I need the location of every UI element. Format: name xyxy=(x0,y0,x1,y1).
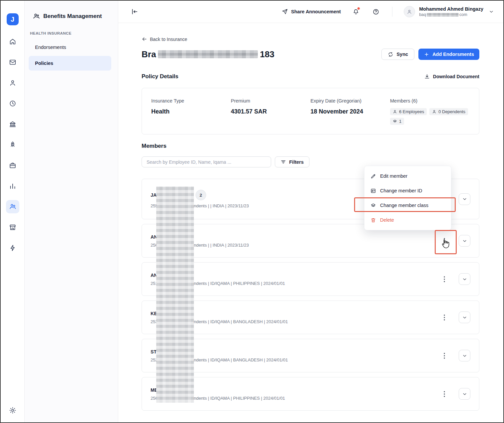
notification-dot xyxy=(357,7,360,10)
filter-icon xyxy=(280,159,286,165)
sidebar-item-endorsements[interactable]: Endorsements xyxy=(29,40,111,55)
menu-item-label: Delete xyxy=(380,217,394,223)
row-menu-button[interactable] xyxy=(440,350,449,362)
sidebar-header: Benefits Management xyxy=(33,13,111,20)
row-expand-button[interactable] xyxy=(459,193,470,205)
field-value: 18 November 2024 xyxy=(310,108,390,115)
chevron-down-icon xyxy=(462,353,467,358)
employees-badge-label: 6 Employees xyxy=(399,109,424,114)
layers-icon xyxy=(370,203,376,208)
gear-icon xyxy=(9,407,16,414)
title-row: Bra183 Sync Add Endorsments xyxy=(142,49,479,60)
page-title-prefix: Bra xyxy=(142,49,156,60)
row-expand-button[interactable] xyxy=(459,350,470,361)
field-label: Members (6) xyxy=(390,98,470,104)
members-field: Members (6) 6 Employees 0 Dependents xyxy=(390,98,470,124)
id-card-icon xyxy=(370,188,376,194)
chevron-down-icon xyxy=(462,196,467,202)
trash-icon xyxy=(370,217,376,223)
rail-item-inbox[interactable] xyxy=(6,56,19,69)
field-value: 4301.57 SAR xyxy=(231,108,310,115)
rail-item-time[interactable] xyxy=(6,97,19,110)
row-actions xyxy=(440,312,470,323)
censored-region xyxy=(156,186,194,403)
member-search-input[interactable] xyxy=(142,156,271,167)
sync-icon xyxy=(388,52,393,57)
share-announcement-button[interactable]: Share Announcement xyxy=(282,9,341,15)
benefits-icon xyxy=(33,13,40,20)
add-endorsements-label: Add Endorsments xyxy=(432,52,474,57)
rail-item-settings[interactable] xyxy=(6,404,19,417)
back-arrow-icon xyxy=(142,36,147,42)
row-expand-button[interactable] xyxy=(459,273,470,285)
person-icon xyxy=(432,109,436,114)
home-icon xyxy=(9,38,16,45)
row-expand-button[interactable] xyxy=(459,312,470,323)
filters-button[interactable]: Filters xyxy=(275,156,309,167)
members-badges-row: 6 Employees 0 Dependents xyxy=(390,108,470,115)
rail-item-onboarding[interactable] xyxy=(6,138,19,151)
user-email-prefix: baq xyxy=(419,12,426,17)
row-expand-button[interactable] xyxy=(459,388,470,400)
benefits-icon xyxy=(9,203,16,210)
kebab-icon xyxy=(444,238,445,244)
sync-label: Sync xyxy=(396,52,408,57)
store-icon xyxy=(9,224,16,231)
help-icon xyxy=(372,8,379,15)
collapse-sidebar-button[interactable] xyxy=(130,7,140,17)
kebab-icon xyxy=(444,353,445,359)
row-menu-button[interactable] xyxy=(440,388,449,400)
row-menu-button[interactable] xyxy=(440,312,449,323)
add-endorsements-button[interactable]: Add Endorsments xyxy=(418,49,479,60)
dependents-badge: 0 Dependents xyxy=(429,108,468,115)
help-button[interactable] xyxy=(371,7,381,17)
policy-details-header: Policy Details Download Document xyxy=(142,73,479,80)
send-icon xyxy=(282,9,288,15)
user-email-suffix: com xyxy=(459,12,467,17)
app-window: J Benefits Management HEALTH INSURANCE E… xyxy=(0,0,504,423)
insurance-type-field: Insurance Type Health xyxy=(151,98,231,124)
member-meta-text: ndents | ID/IQAMA | BANGLADESH | 2024/01… xyxy=(194,357,288,362)
field-value: Health xyxy=(151,108,231,115)
notifications-button[interactable] xyxy=(351,7,361,17)
back-to-insurance-link[interactable]: Back to Insurance xyxy=(142,36,187,42)
chevron-down-icon xyxy=(462,277,467,282)
field-label: Premium xyxy=(231,98,310,104)
rail-item-marketplace[interactable] xyxy=(6,221,19,234)
menu-item-edit-member[interactable]: Edit member xyxy=(364,169,451,183)
rail-item-finance[interactable] xyxy=(6,117,19,131)
row-actions xyxy=(440,273,470,285)
menu-item-label: Change member class xyxy=(380,203,428,208)
members-heading: Members xyxy=(142,143,479,149)
clock-icon xyxy=(9,100,16,107)
sync-button[interactable]: Sync xyxy=(381,49,414,60)
row-menu-button[interactable] xyxy=(440,273,449,285)
row-actions xyxy=(440,235,470,247)
menu-item-change-member-class[interactable]: Change member class xyxy=(364,198,451,213)
download-document-label: Download Document xyxy=(433,74,479,79)
rail-item-jobs[interactable] xyxy=(6,159,19,172)
rail-item-benefits[interactable] xyxy=(6,200,19,213)
sidebar-item-policies[interactable]: Policies xyxy=(29,56,111,71)
pencil-icon xyxy=(370,173,376,179)
rail-item-home[interactable] xyxy=(6,35,19,48)
menu-item-delete[interactable]: Delete xyxy=(364,213,451,227)
user-menu[interactable]: Mohammed Ahmed Bingazy baqcom xyxy=(404,6,494,17)
premium-field: Premium 4301.57 SAR xyxy=(231,98,310,124)
logo-letter: J xyxy=(11,16,14,23)
download-document-button[interactable]: Download Document xyxy=(424,74,479,80)
rail-item-people[interactable] xyxy=(6,76,19,90)
plus-icon xyxy=(424,52,429,57)
member-meta-text: ndents | | INDIA | 2023/11/23 xyxy=(194,203,249,208)
rail-item-automations[interactable] xyxy=(6,241,19,255)
topbar-divider xyxy=(392,7,392,17)
menu-item-change-member-id[interactable]: Change member ID xyxy=(364,183,451,198)
chevron-down-icon xyxy=(489,9,494,14)
row-expand-button[interactable] xyxy=(459,235,470,247)
menu-item-label: Change member ID xyxy=(380,188,422,193)
row-menu-button[interactable] xyxy=(440,235,449,247)
rail-item-reports[interactable] xyxy=(6,179,19,193)
collapse-icon xyxy=(131,8,138,15)
policy-details-card: Insurance Type Health Premium 4301.57 SA… xyxy=(142,88,479,134)
field-label: Insurance Type xyxy=(151,98,231,104)
